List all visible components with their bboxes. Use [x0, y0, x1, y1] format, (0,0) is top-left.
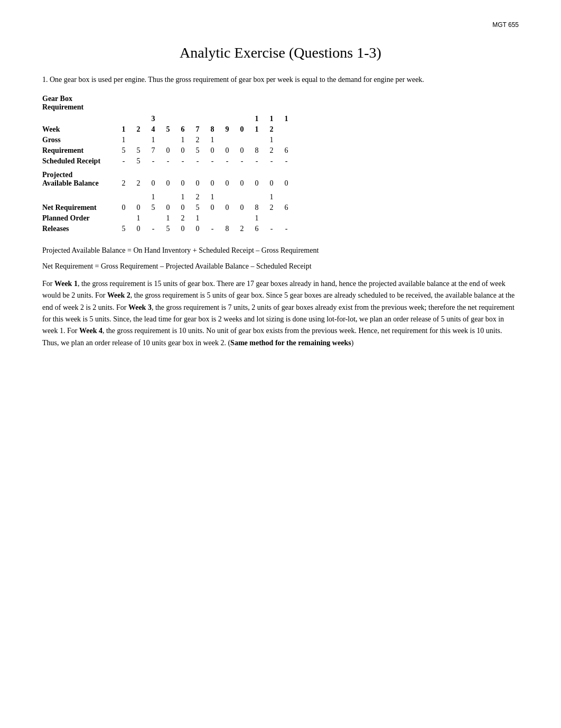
gross-bot-row: Requirement 5 5 7 0 0 5 0 0 0 8 2 6: [42, 145, 294, 156]
formula2: Net Requirement = Gross Requirement – Pr…: [42, 261, 519, 272]
scheduled-receipt-row: Scheduled Receipt - 5 - - - - - - - - - …: [42, 156, 294, 167]
planned-bot-row: Releases 5 0 - 5 0 0 - 8 2 6 - -: [42, 224, 294, 234]
page-title: Analytic Exercise (Questions 1-3): [42, 44, 519, 61]
net-req-bot-row: Net Requirement 0 0 5 0 0 5 0 0 0 8 2 6: [42, 202, 294, 213]
gear-box-label: Gear Box Requirement: [42, 95, 519, 112]
week-row: Week 1 2 4 5 6 7 8 9 0 1 2: [42, 124, 294, 135]
projected-balance-row: ProjectedAvailable Balance 2 2 0 0 0 0 0…: [42, 170, 294, 189]
planned-top-row: Planned Order 1 1 2 1 1: [42, 213, 294, 224]
week-top-row: 3 1 1 1: [42, 114, 294, 124]
mrp-table: 3 1 1 1 Week 1 2 4 5 6 7 8 9 0 1 2 Gross…: [42, 114, 294, 234]
formula1: Projected Available Balance = On Hand In…: [42, 245, 519, 256]
net-req-top-row: 1 1 2 1 1: [42, 192, 294, 202]
course-label: MGT 655: [42, 21, 519, 29]
intro-text: 1. One gear box is used per engine. Thus…: [42, 74, 519, 85]
explanation-text: For Week 1, the gross requirement is 15 …: [42, 278, 519, 349]
gross-top-row: Gross 1 1 1 2 1 1: [42, 135, 294, 145]
